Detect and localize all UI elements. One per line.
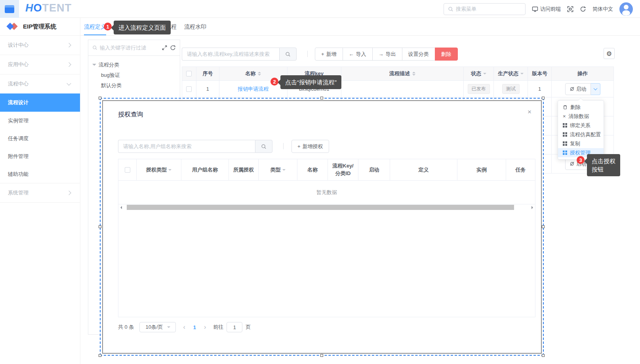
selection-handle[interactable]: [320, 354, 323, 357]
start-dropdown-toggle[interactable]: [591, 83, 600, 95]
auth-search-input[interactable]: [118, 140, 255, 153]
horizontal-scrollbar[interactable]: [118, 204, 535, 210]
sort-icon[interactable]: [258, 72, 261, 76]
import-label: 导入: [356, 51, 366, 58]
selection-handle[interactable]: [99, 354, 101, 357]
header-actions: 访问前端 简体中文: [444, 0, 633, 18]
selection-handle[interactable]: [542, 354, 545, 357]
sidebar-item-design-center[interactable]: 设计中心: [0, 36, 80, 55]
filter-chevron-icon: [520, 73, 524, 76]
tree-filter-input[interactable]: [100, 45, 159, 51]
sidebar-item-system-mgmt[interactable]: 系统管理: [0, 183, 80, 202]
sidebar-item-label: 应用中心: [8, 61, 29, 68]
chevron-right-icon: [67, 62, 71, 67]
delete-button[interactable]: 删除: [435, 48, 458, 61]
menu-item-copy[interactable]: 复制: [558, 139, 604, 148]
col-type[interactable]: 类型: [259, 159, 297, 180]
process-search-input[interactable]: [182, 48, 279, 61]
row-checkbox[interactable]: [186, 86, 192, 92]
tab-process-watermark[interactable]: 流程水印: [184, 18, 206, 35]
auth-table-header: 授权类型 用户组名称 所属授权 类型 名称 流程Key/分类ID 启动 定义 实…: [118, 159, 535, 181]
col-status[interactable]: 状态: [464, 67, 494, 81]
scrollbar-thumb[interactable]: [127, 205, 514, 210]
tree-node-default[interactable]: 默认分类: [88, 80, 180, 91]
page-size-select[interactable]: 10条/页: [139, 322, 176, 332]
sidebar-item-process-design[interactable]: 流程设计: [0, 93, 80, 112]
tab-process-definition[interactable]: 流程定义: [84, 18, 106, 35]
filter-chevron-icon: [483, 73, 486, 76]
selection-handle[interactable]: [99, 97, 101, 99]
selection-handle[interactable]: [542, 97, 545, 99]
trash-icon: [563, 105, 568, 110]
sidebar-item-aux-functions[interactable]: 辅助功能: [0, 165, 80, 183]
total-count: 共 0 条: [118, 324, 134, 331]
sidebar-item-process-center[interactable]: 流程中心: [0, 74, 80, 93]
sidebar-item-task-schedule[interactable]: 任务调度: [0, 130, 80, 147]
selection-handle[interactable]: [99, 225, 101, 228]
goto-page-input[interactable]: [227, 322, 242, 332]
add-button[interactable]: +新增: [315, 48, 343, 61]
start-icon: [570, 161, 575, 166]
auth-search-box: [118, 140, 272, 153]
dialog-title: 授权查询: [118, 111, 143, 119]
expand-icon[interactable]: [162, 45, 168, 51]
add-label: 新增: [326, 51, 337, 58]
sort-icon[interactable]: [412, 72, 415, 76]
app-title: EIP管理系统: [23, 23, 56, 30]
tree-node-root[interactable]: 流程分类: [88, 60, 180, 70]
col-process-key: 流程Key/分类ID: [328, 159, 358, 180]
start-button[interactable]: 启动: [565, 83, 591, 95]
process-name-link[interactable]: 报销申请流程: [238, 86, 269, 93]
sidebar-item-label: 辅助功能: [8, 171, 29, 178]
sidebar-item-app-center[interactable]: 应用中心: [0, 55, 80, 74]
prev-page-button[interactable]: ‹: [181, 324, 187, 331]
col-prod-status[interactable]: 生产状态: [494, 67, 528, 81]
step-tooltip-3: 点击授权 按钮: [587, 154, 620, 176]
next-page-button[interactable]: ›: [202, 324, 208, 331]
col-actions: 操作: [552, 67, 614, 81]
menu-item-label: 流程仿真配置: [570, 131, 601, 138]
select-all-checkbox[interactable]: [125, 167, 130, 173]
menu-search-box[interactable]: [444, 3, 526, 15]
add-auth-button[interactable]: + 新增授权: [291, 140, 329, 153]
close-icon[interactable]: ×: [528, 108, 531, 116]
menu-search-input[interactable]: [456, 6, 515, 12]
refresh-icon[interactable]: [580, 6, 586, 12]
visit-frontend-label: 访问前端: [540, 6, 561, 13]
scroll-right-arrow-icon[interactable]: [531, 206, 533, 209]
menu-item-simulation-config[interactable]: 流程仿真配置: [558, 130, 604, 139]
sidebar-item-instance-mgmt[interactable]: 实例管理: [0, 112, 80, 130]
row-desc: [341, 81, 464, 97]
tree-node-bug[interactable]: bug验证: [88, 70, 180, 80]
export-label: 导出: [386, 51, 396, 58]
menu-item-clear-data[interactable]: × 清除数据: [558, 112, 604, 121]
refresh-icon[interactable]: [170, 45, 176, 51]
sidebar-item-label: 系统管理: [8, 189, 29, 196]
collapse-sidebar-button[interactable]: [0, 0, 19, 18]
fullscreen-icon[interactable]: [567, 6, 573, 12]
menu-item-bind-relation[interactable]: 绑定关系: [558, 121, 604, 130]
hamburger-icon: [5, 5, 14, 13]
import-button[interactable]: ←导入: [343, 48, 373, 61]
selection-handle[interactable]: [320, 97, 323, 99]
visit-frontend-button[interactable]: 访问前端: [532, 6, 561, 13]
col-auth-type[interactable]: 授权类型: [137, 159, 181, 180]
page-number[interactable]: 1: [192, 324, 197, 330]
sidebar-item-attachment-mgmt[interactable]: 附件管理: [0, 147, 80, 165]
user-avatar[interactable]: [619, 2, 633, 16]
select-all-checkbox[interactable]: [186, 71, 192, 76]
set-category-button[interactable]: 设置分类: [402, 48, 435, 61]
col-desc[interactable]: 流程描述: [341, 67, 464, 81]
language-switcher[interactable]: 简体中文: [592, 6, 613, 13]
step-tooltip-1: 进入流程定义页面: [114, 21, 171, 34]
sidebar-item-label: 实例管理: [8, 117, 29, 124]
selection-handle[interactable]: [542, 225, 545, 228]
column-settings-button[interactable]: ⚙: [604, 48, 615, 59]
menu-item-label: 清除数据: [569, 113, 589, 120]
search-button[interactable]: [255, 140, 272, 153]
export-button[interactable]: →导出: [372, 48, 402, 61]
scroll-left-arrow-icon[interactable]: [120, 206, 122, 209]
chevron-right-icon: [67, 191, 71, 195]
search-button[interactable]: [279, 48, 297, 61]
menu-item-delete[interactable]: 删除: [558, 103, 604, 112]
